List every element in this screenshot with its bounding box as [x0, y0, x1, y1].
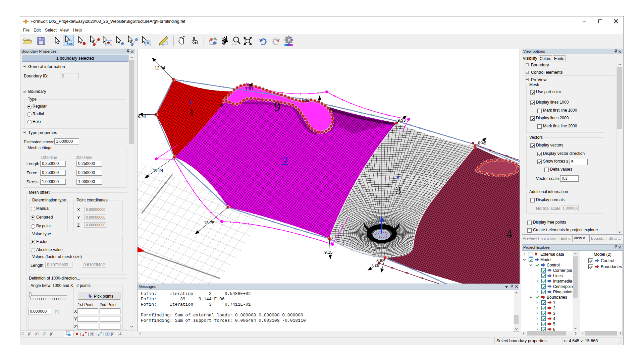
- svg-text:8.68: 8.68: [376, 258, 384, 263]
- svg-text:7.51: 7.51: [245, 86, 253, 91]
- svg-text:9.33: 9.33: [397, 118, 406, 123]
- svg-text:7.82: 7.82: [301, 98, 309, 103]
- svg-text:12.04: 12.04: [155, 66, 165, 70]
- svg-text:11.24: 11.24: [153, 168, 163, 173]
- svg-text:3: 3: [395, 184, 401, 196]
- svg-text:9: 9: [274, 100, 280, 114]
- svg-text:7.16: 7.16: [371, 263, 379, 268]
- svg-text:13.75: 13.75: [204, 221, 214, 225]
- svg-text:1: 1: [189, 106, 195, 119]
- svg-text:2: 2: [282, 154, 288, 168]
- svg-text:9.45: 9.45: [478, 141, 486, 145]
- svg-text:4: 4: [506, 227, 512, 240]
- svg-text:8.76: 8.76: [138, 114, 146, 119]
- svg-text:9.15: 9.15: [324, 250, 332, 255]
